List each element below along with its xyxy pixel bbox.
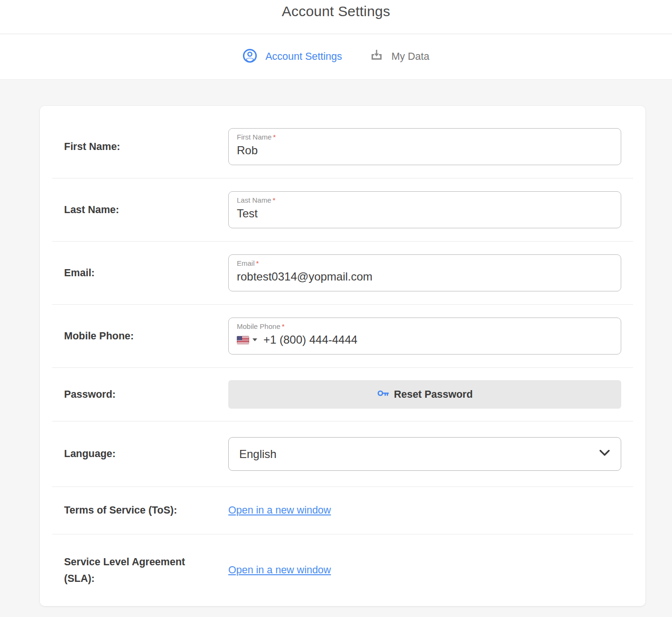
- tab-account-settings-label: Account Settings: [265, 51, 342, 63]
- required-asterisk: *: [256, 259, 259, 267]
- title-bar: Account Settings: [0, 0, 672, 34]
- last-name-input[interactable]: [237, 206, 613, 222]
- last-name-row-label: Last Name:: [64, 202, 119, 218]
- language-select[interactable]: English: [228, 437, 621, 471]
- first-name-field[interactable]: First Name*: [228, 128, 621, 165]
- us-flag-icon: [237, 336, 249, 344]
- tab-my-data[interactable]: My Data: [370, 49, 429, 65]
- required-asterisk: *: [282, 322, 285, 330]
- email-floating-label: Email*: [237, 259, 613, 268]
- form-row-first-name: First Name: First Name*: [64, 115, 621, 178]
- form-row-email: Email: Email*: [64, 242, 621, 304]
- caret-down-icon: [252, 338, 257, 341]
- form-row-password: Password: Reset Password: [64, 368, 621, 421]
- first-name-input[interactable]: [237, 142, 613, 159]
- mobile-phone-floating-label: Mobile Phone*: [237, 322, 613, 331]
- sla-row-label: Service Level Agreement (SLA):: [64, 554, 203, 587]
- first-name-floating-label: First Name*: [237, 132, 613, 141]
- tos-row-label: Terms of Service (ToS):: [64, 502, 177, 519]
- mobile-phone-input[interactable]: [263, 332, 613, 348]
- account-settings-page: First Name: First Name* Last Name:: [0, 80, 672, 617]
- email-field[interactable]: Email*: [228, 254, 621, 291]
- tab-bar: Account Settings My Data: [0, 34, 672, 80]
- form-row-service-level-agreement: Service Level Agreement (SLA): Open in a…: [64, 534, 621, 607]
- key-icon: [377, 387, 390, 402]
- page-title: Account Settings: [282, 3, 390, 19]
- mobile-phone-field[interactable]: Mobile Phone*: [228, 318, 621, 355]
- form-row-language: Language: English: [64, 421, 621, 486]
- mobile-phone-row-label: Mobile Phone:: [64, 328, 134, 345]
- tab-account-settings[interactable]: Account Settings: [243, 48, 342, 65]
- language-row-label: Language:: [64, 446, 116, 462]
- language-select-value: English: [239, 448, 277, 461]
- email-input[interactable]: [237, 269, 613, 285]
- form-row-terms-of-service: Terms of Service (ToS): Open in a new wi…: [64, 487, 621, 534]
- account-circle-icon: [243, 48, 257, 65]
- last-name-field[interactable]: Last Name*: [228, 191, 621, 228]
- reset-password-button[interactable]: Reset Password: [228, 380, 621, 409]
- tab-my-data-label: My Data: [392, 51, 429, 63]
- form-row-last-name: Last Name: Last Name*: [64, 178, 621, 241]
- required-asterisk: *: [273, 196, 276, 204]
- tos-link[interactable]: Open in a new window: [228, 505, 331, 516]
- reset-password-button-label: Reset Password: [394, 389, 473, 401]
- download-icon: [370, 49, 383, 65]
- password-row-label: Password:: [64, 386, 116, 403]
- form-row-mobile-phone: Mobile Phone: Mobile Phone*: [64, 305, 621, 367]
- email-row-label: Email:: [64, 265, 95, 281]
- required-asterisk: *: [273, 133, 276, 141]
- country-code-selector[interactable]: [237, 336, 257, 344]
- account-settings-card: First Name: First Name* Last Name:: [40, 106, 645, 606]
- last-name-floating-label: Last Name*: [237, 196, 613, 205]
- chevron-down-icon: [599, 449, 610, 459]
- sla-link[interactable]: Open in a new window: [228, 564, 331, 576]
- first-name-row-label: First Name:: [64, 139, 120, 155]
